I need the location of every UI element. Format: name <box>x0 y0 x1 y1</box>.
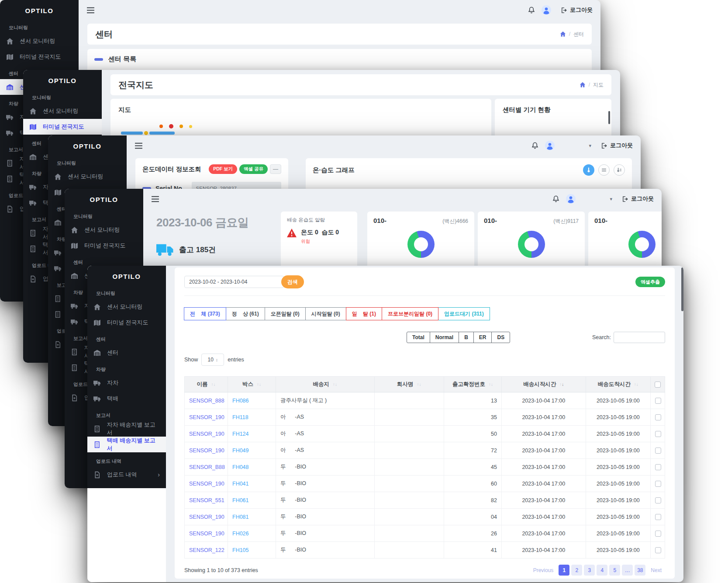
filter-normal[interactable]: Normal <box>430 332 459 343</box>
box-link[interactable]: FH086 <box>232 398 249 404</box>
page-number[interactable]: 1 <box>559 565 569 576</box>
page-number[interactable]: 4 <box>597 565 607 576</box>
notification-bell-icon[interactable] <box>528 6 535 14</box>
column-header[interactable]: 회사명↑↓ <box>374 377 444 392</box>
sidebar-item-own-car-report[interactable]: 자차 배송지별 보고서 <box>87 421 166 437</box>
status-tab[interactable]: 시작일탈 (0) <box>305 307 346 320</box>
page-number[interactable]: 5 <box>609 565 620 576</box>
row-checkbox[interactable] <box>655 514 661 520</box>
box-link[interactable]: FH118 <box>232 414 248 420</box>
sidebar-item-upload[interactable]: 업로드 내역› <box>87 467 166 482</box>
home-icon[interactable] <box>560 31 566 37</box>
filter-b[interactable]: B <box>459 332 474 343</box>
sensor-link[interactable]: SENSOR_190 <box>189 531 224 537</box>
scrollbar[interactable] <box>608 111 610 124</box>
sensor-link[interactable]: SENSOR_551 <box>189 497 224 503</box>
logout-button[interactable]: 로그아웃 <box>561 6 593 14</box>
box-link[interactable]: FH081 <box>232 514 249 520</box>
sensor-link[interactable]: SENSOR_190 <box>189 414 224 420</box>
page-number[interactable]: 3 <box>584 565 595 576</box>
sidebar-item-parcel-report[interactable]: 택배 배송지별 보고서 <box>87 437 166 452</box>
user-avatar[interactable] <box>542 5 551 15</box>
sensor-link[interactable]: SENSOR_190 <box>189 514 224 520</box>
scrollbar[interactable] <box>681 267 683 311</box>
menu-toggle-icon[interactable] <box>151 196 159 202</box>
filter-er[interactable]: ER <box>473 332 492 343</box>
pdf-view-button[interactable]: PDF 보기 <box>209 164 237 174</box>
box-link[interactable]: FH124 <box>232 431 249 437</box>
row-checkbox[interactable] <box>655 481 661 487</box>
column-header[interactable]: 배송지↑↓ <box>276 377 375 392</box>
status-tab[interactable]: 오픈일탈 (0) <box>265 307 306 320</box>
sidebar-item-sensor[interactable]: 센서 모니터링 <box>65 222 143 238</box>
page-previous[interactable]: Previous <box>530 565 557 576</box>
box-link[interactable]: FH048 <box>232 464 249 470</box>
home-icon[interactable] <box>580 82 586 88</box>
page-number[interactable]: 2 <box>571 565 582 576</box>
dropdown-caret-icon[interactable]: ▾ <box>610 196 612 202</box>
row-checkbox[interactable] <box>655 431 661 437</box>
thermo-lines-icon[interactable] <box>614 164 625 176</box>
filter-ds[interactable]: DS <box>491 332 510 343</box>
sidebar-item-sensor[interactable]: 센서 모니터링 <box>87 299 166 315</box>
page-size-select[interactable]: 10↕ <box>201 354 224 366</box>
humidity-lines-icon[interactable] <box>598 164 610 176</box>
status-tab[interactable]: 전 체 (373) <box>184 307 226 320</box>
sidebar-item-terminal-map[interactable]: 터미널 전국지도 <box>0 49 79 65</box>
excel-share-button[interactable]: 엑셀 공유 <box>239 164 268 174</box>
filter-total[interactable]: Total <box>407 332 430 343</box>
sensor-link[interactable]: SENSOR_190 <box>189 448 224 454</box>
box-link[interactable]: FH026 <box>232 531 249 537</box>
box-link[interactable]: FH105 <box>232 547 249 553</box>
sensor-link[interactable]: SENSOR_122 <box>189 547 224 553</box>
sidebar-item-center[interactable]: 센터 <box>87 345 166 361</box>
menu-toggle-icon[interactable] <box>86 7 95 14</box>
column-header[interactable]: 배송도착시간↑↓ <box>586 377 651 392</box>
sidebar-item-sensor[interactable]: 센서 모니터링 <box>48 169 127 184</box>
sidebar-item-parcel[interactable]: 택배 <box>87 391 166 406</box>
sensor-link[interactable]: SENSOR_190 <box>189 431 224 437</box>
status-tab[interactable]: 정 상 (61) <box>226 307 265 320</box>
box-link[interactable]: FH049 <box>232 448 249 454</box>
status-tab[interactable]: 프로브분리일탈 (0) <box>382 307 438 320</box>
row-checkbox[interactable] <box>655 448 661 454</box>
sensor-link[interactable]: SENSOR_190 <box>189 481 224 487</box>
menu-toggle-icon[interactable] <box>135 142 143 149</box>
sensor-link[interactable]: SENSOR_B88 <box>189 464 225 470</box>
sidebar-item-terminal-map[interactable]: 터미널 전국지도 <box>65 238 143 253</box>
status-tab[interactable]: 업로드대기 (311) <box>438 307 490 320</box>
sidebar-item-sensor[interactable]: 센서 모니터링 <box>0 33 79 49</box>
sidebar-item-terminal-map[interactable]: 터미널 전국지도 <box>87 315 166 330</box>
collapse-button[interactable]: — <box>270 164 281 174</box>
page-number[interactable]: … <box>622 565 633 576</box>
user-avatar[interactable] <box>545 141 555 150</box>
logout-button[interactable]: 로그아웃 <box>622 195 654 203</box>
date-range-input[interactable]: 2023-10-02 - 2023-10-04 <box>184 276 284 288</box>
search-button[interactable]: 검색 <box>281 275 304 288</box>
box-link[interactable]: FH061 <box>232 497 249 503</box>
sidebar-item-terminal-map[interactable]: 터미널 전국지도 <box>23 119 102 135</box>
notification-bell-icon[interactable] <box>531 142 539 149</box>
column-header[interactable]: 배송시작시간↑↓ <box>502 377 586 392</box>
column-header[interactable]: 박스↑↓ <box>228 377 276 392</box>
box-link[interactable]: FH041 <box>232 481 249 487</box>
sidebar-item-sensor[interactable]: 센서 모니터링 <box>23 103 102 119</box>
user-avatar[interactable] <box>566 194 576 204</box>
row-checkbox[interactable] <box>655 497 661 503</box>
thermometer-icon[interactable] <box>583 164 594 176</box>
sidebar-item-own-car[interactable]: 자차 <box>87 375 166 391</box>
row-checkbox[interactable] <box>655 414 661 420</box>
row-checkbox[interactable] <box>655 398 661 404</box>
table-search-input[interactable] <box>614 332 665 343</box>
status-tab[interactable]: 일 탈 (1) <box>346 307 382 320</box>
column-header[interactable]: 출고확정번호↑↓ <box>444 377 502 392</box>
page-number[interactable]: 38 <box>635 565 645 576</box>
page-next[interactable]: Next <box>647 565 665 576</box>
row-checkbox[interactable] <box>655 547 661 553</box>
notification-bell-icon[interactable] <box>552 195 560 203</box>
sensor-link[interactable]: SENSOR_888 <box>189 398 224 404</box>
column-header[interactable]: 이름↑↓ <box>185 377 228 392</box>
row-checkbox[interactable] <box>655 464 661 470</box>
row-checkbox[interactable] <box>655 531 661 537</box>
logout-button[interactable]: 로그아웃 <box>601 142 633 149</box>
